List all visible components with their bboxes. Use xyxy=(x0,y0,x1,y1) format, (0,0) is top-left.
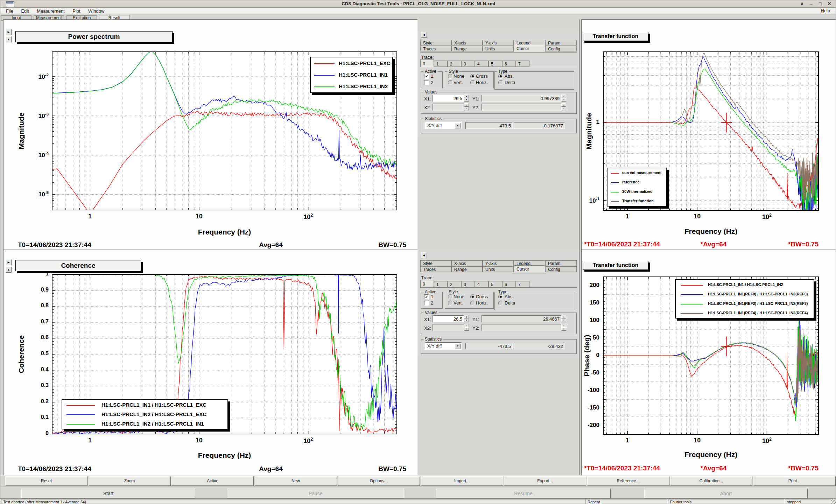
options-button[interactable]: Options... xyxy=(338,476,420,486)
trace-tab-3[interactable]: 3 xyxy=(461,61,475,67)
maximize-icon[interactable]: □ xyxy=(816,1,824,7)
trace-tab-1[interactable]: 1 xyxy=(434,281,448,287)
calibration-button[interactable]: Calibration... xyxy=(670,476,752,486)
trace-tab-6[interactable]: 6 xyxy=(502,281,516,287)
spinner[interactable]: ▲▼ xyxy=(561,324,566,331)
reset-button[interactable]: Reset xyxy=(5,476,87,486)
trace-tab-6[interactable]: 6 xyxy=(502,61,516,67)
minimize-icon[interactable]: _ xyxy=(807,0,815,5)
trace-tab-3[interactable]: 3 xyxy=(461,281,475,287)
trace-tab-7[interactable]: 7 xyxy=(516,61,529,67)
y-tick-label: -150 xyxy=(571,404,599,411)
trace-tab-2[interactable]: 2 xyxy=(448,61,461,67)
spinner[interactable]: ▲▼ xyxy=(561,103,566,111)
chevron-down-icon[interactable]: ▼ xyxy=(455,344,461,349)
trace-tab-4[interactable]: 4 xyxy=(475,61,489,67)
ctrl-tab-xaxis[interactable]: X-axis xyxy=(451,260,483,266)
spinner[interactable]: ▲▼ xyxy=(561,315,566,322)
collapse-left-icon[interactable]: ◀ xyxy=(421,32,427,38)
y-tick-label: 0.8 xyxy=(21,302,49,309)
ctrl-tab-range[interactable]: Range xyxy=(451,46,483,51)
x1-field[interactable]: 26.5 xyxy=(433,315,464,322)
ctrl-tab-traces[interactable]: Traces xyxy=(420,266,451,272)
trace-tab-5[interactable]: 5 xyxy=(489,61,502,67)
trace-tab-4[interactable]: 4 xyxy=(475,281,489,287)
radio-label: Abs. xyxy=(505,74,514,79)
spinner[interactable]: ▲▼ xyxy=(464,103,469,111)
ctrl-tab-config[interactable]: Config xyxy=(545,266,577,272)
menu-plot[interactable]: Plot xyxy=(72,8,81,14)
reference-button[interactable]: Reference... xyxy=(587,476,669,486)
print-button[interactable]: Print... xyxy=(753,476,836,486)
menu-window[interactable]: Window xyxy=(87,8,105,14)
x2-field[interactable] xyxy=(433,324,464,331)
stat-value-2: -28.432 xyxy=(514,343,565,349)
legend: H1:LSC-PRCL1_IN1 / H1:LSC-PRCL1_EXCH1:LS… xyxy=(62,399,228,429)
radio-horiz[interactable] xyxy=(470,80,475,85)
ctrl-tab-range[interactable]: Range xyxy=(451,266,483,272)
spinner[interactable]: ▲▼ xyxy=(464,324,469,331)
active-button[interactable]: Active xyxy=(171,476,254,486)
statistics-mode-dropdown[interactable]: X/Y diff▼ xyxy=(425,122,462,129)
ctrl-tab-config[interactable]: Config xyxy=(545,46,577,51)
trace-tab-0[interactable]: 0 xyxy=(420,59,434,67)
start-button[interactable]: Start xyxy=(21,489,195,498)
ctrl-tab-yaxis[interactable]: Y-axis xyxy=(483,40,514,46)
spinner[interactable]: ▲▼ xyxy=(464,315,469,322)
ctrl-tab-xaxis[interactable]: X-axis xyxy=(451,40,483,46)
chevron-down-icon[interactable]: ▼ xyxy=(455,123,461,128)
x2-field[interactable] xyxy=(433,104,464,111)
collapse-left-icon[interactable]: ◀ xyxy=(421,252,427,258)
radio-label: Vert. xyxy=(454,300,463,306)
legend: H1:LSC-PRCL1_IN1 / H1:LSC-PRCL1_IN2H1:LS… xyxy=(675,279,814,318)
trace-tab-2[interactable]: 2 xyxy=(448,281,461,287)
checkbox-1[interactable]: ✓ xyxy=(424,294,429,299)
trace-tab-5[interactable]: 5 xyxy=(489,281,502,287)
trace-tab-1[interactable]: 1 xyxy=(434,61,448,67)
menu-edit[interactable]: Edit xyxy=(20,8,29,14)
trace-tab-7[interactable]: 7 xyxy=(516,281,529,287)
spinner[interactable]: ▲▼ xyxy=(464,94,469,102)
checkbox-1[interactable]: ✓ xyxy=(424,74,429,79)
shade-icon[interactable]: ∧ xyxy=(798,1,806,7)
radio-horiz[interactable] xyxy=(470,301,475,306)
radio-abs[interactable] xyxy=(498,74,503,79)
ctrl-tab-param[interactable]: Param xyxy=(545,40,577,46)
export-button[interactable]: Export... xyxy=(504,476,586,486)
new-button[interactable]: New xyxy=(255,476,337,486)
x1-field[interactable]: 26.5 xyxy=(433,95,464,102)
radio-none[interactable] xyxy=(448,74,453,79)
ctrl-tab-yaxis[interactable]: Y-axis xyxy=(483,260,514,266)
trace-tab-0[interactable]: 0 xyxy=(420,280,434,287)
ctrl-tab-traces[interactable]: Traces xyxy=(420,46,451,51)
radio-none[interactable] xyxy=(448,294,453,299)
ctrl-tab-style[interactable]: Style xyxy=(420,260,451,266)
spinner[interactable]: ▲▼ xyxy=(561,94,566,102)
title-bar[interactable]: CDS Diagnostic Test Tools - PRCL_OLG_NOI… xyxy=(0,0,836,8)
radio-delta[interactable] xyxy=(498,301,503,306)
pane-splitter[interactable] xyxy=(579,19,580,475)
statistics-mode-dropdown[interactable]: X/Y diff▼ xyxy=(425,342,462,350)
ctrl-tab-cursor[interactable]: Cursor xyxy=(514,265,545,272)
menu-help[interactable]: Help xyxy=(821,8,830,13)
radio-delta[interactable] xyxy=(498,80,503,85)
ctrl-tab-units[interactable]: Units xyxy=(483,266,514,272)
ctrl-tab-param[interactable]: Param xyxy=(545,260,577,266)
checkbox-2[interactable] xyxy=(424,80,429,85)
radio-cross[interactable] xyxy=(470,74,475,79)
radio-cross[interactable] xyxy=(470,294,475,299)
menu-measurement[interactable]: Measurement xyxy=(36,8,65,14)
resize-grip[interactable] xyxy=(831,499,836,504)
ctrl-tab-style[interactable]: Style xyxy=(420,40,451,46)
close-icon[interactable]: ✕ xyxy=(825,1,834,7)
radio-abs[interactable] xyxy=(498,294,503,299)
ctrl-tab-units[interactable]: Units xyxy=(483,46,514,51)
ctrl-tab-cursor[interactable]: Cursor xyxy=(514,45,545,52)
import-button[interactable]: Import... xyxy=(421,476,503,486)
menu-file[interactable]: File xyxy=(5,8,14,14)
radio-vert[interactable] xyxy=(448,80,453,85)
checkbox-2[interactable] xyxy=(424,301,429,306)
group-title: Style xyxy=(447,69,459,74)
radio-vert[interactable] xyxy=(448,301,453,306)
zoom-button[interactable]: Zoom xyxy=(89,476,171,486)
